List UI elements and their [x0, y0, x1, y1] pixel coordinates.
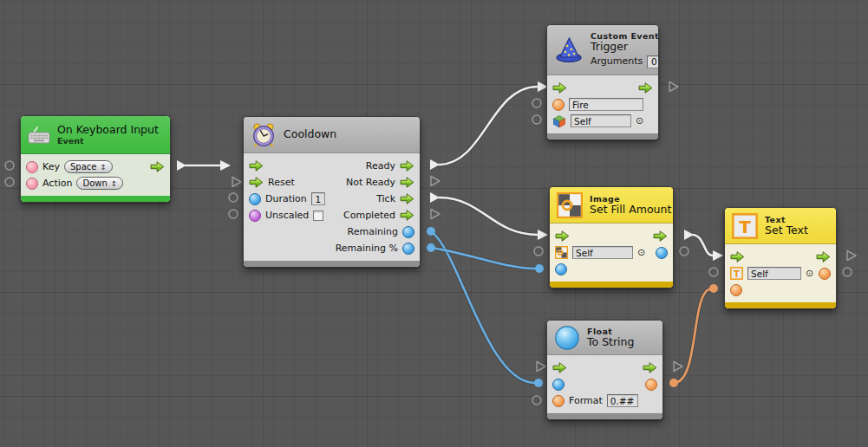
node-cooldown[interactable]: CooldownReadyResetNot ReadyDuration1Tick… [243, 116, 421, 268]
node-image-set-fill-amount[interactable]: ImageSet Fill AmountSelf⊙ [549, 186, 674, 288]
wire-endpoint-dot [427, 243, 435, 252]
orange-value-port-icon[interactable] [552, 395, 565, 407]
pink-value-port-icon[interactable] [26, 178, 38, 190]
node-text-set-text[interactable]: TTextSet TextTSelf⊙ [724, 207, 837, 309]
node-float-to-string[interactable]: FloatTo StringFormat0.## [546, 320, 663, 420]
text-input[interactable]: Fire [569, 98, 643, 111]
text-input[interactable]: Self [571, 114, 631, 127]
port-row: ActionDown↕ [21, 175, 170, 191]
flow-port-icon[interactable] [400, 193, 414, 204]
flow-port-icon[interactable] [638, 82, 653, 94]
node-header[interactable]: FloatTo String [547, 321, 662, 355]
flow-port-icon[interactable] [643, 362, 657, 373]
port-row: Remaining [244, 224, 420, 240]
wire-endpoint-dot [534, 379, 543, 387]
wire-arrowhead-icon [713, 250, 723, 261]
graph-canvas[interactable]: On Keyboard InputEventKeySpace↕ActionDow… [0, 0, 868, 447]
external-value-port-marker-icon [229, 193, 238, 202]
node-on-keyboard-input[interactable]: On Keyboard InputEventKeySpace↕ActionDow… [20, 115, 171, 203]
blue-value-port-icon[interactable] [555, 263, 567, 275]
orange-value-port-icon[interactable] [819, 268, 831, 280]
text-mini-icon[interactable]: T [730, 267, 743, 280]
node-header[interactable]: Cooldown [244, 117, 420, 153]
node-header[interactable]: ImageSet Fill Amount [550, 187, 673, 224]
dropdown[interactable]: Space↕ [64, 160, 113, 173]
flow-port-icon[interactable] [400, 177, 414, 188]
wire-endpoint-dot [535, 264, 544, 273]
port-label: Ready [366, 160, 395, 172]
wire-endpoint-dot [669, 379, 678, 387]
port-row: Self⊙ [547, 113, 658, 129]
blue-value-port-icon[interactable] [249, 193, 261, 205]
image-mini-icon[interactable] [555, 246, 568, 259]
text-input[interactable]: 0.## [607, 394, 638, 407]
port-row-right: Tick [376, 193, 414, 204]
text-input[interactable]: Self [572, 246, 633, 259]
port-row-right: Remaining % [336, 243, 414, 255]
external-flow-port-marker-icon [537, 362, 545, 372]
port-row [725, 249, 836, 265]
port-label: Action [42, 178, 72, 189]
text-input[interactable]: Self [747, 267, 801, 280]
external-value-port-marker-icon [229, 210, 238, 218]
object-picker-icon[interactable]: ⊙ [806, 269, 813, 278]
node-title: Set Text [765, 224, 808, 237]
node-body: Self⊙ [550, 224, 673, 282]
flow-port-icon[interactable] [249, 177, 264, 188]
port-row: UnscaledCompleted [244, 207, 420, 224]
node-header-text: Cooldown [284, 128, 336, 141]
blue-value-port-icon[interactable] [402, 226, 414, 238]
text-input[interactable]: 1 [311, 192, 325, 205]
flow-port-icon[interactable] [653, 230, 668, 242]
svg-text:T: T [734, 269, 740, 279]
port-row: Self⊙ [550, 244, 673, 261]
node-custom-event-trigger[interactable]: Custom EventTriggerArguments0FireSelf⊙ [546, 24, 659, 140]
port-row-right: Ready [366, 160, 414, 172]
external-flow-port-marker-icon [431, 210, 440, 219]
flow-port-icon[interactable] [150, 161, 165, 172]
external-value-port-marker-icon [5, 178, 14, 186]
port-row: ResetNot Ready [244, 174, 420, 191]
header-field-input[interactable]: 0 [647, 55, 659, 68]
flow-port-icon[interactable] [400, 210, 414, 221]
wire-source-triangle [684, 230, 694, 240]
dropdown-arrows-icon: ↕ [100, 163, 106, 172]
dropdown[interactable]: Down↕ [76, 177, 122, 190]
wire-source-triangle [430, 192, 440, 203]
external-value-port-marker-icon [680, 247, 689, 256]
flow-port-icon[interactable] [730, 251, 745, 262]
node-header[interactable]: Custom EventTriggerArguments0 [547, 25, 658, 75]
wizard-hat-icon [554, 37, 584, 63]
node-header[interactable]: On Keyboard InputEvent [21, 116, 170, 154]
orange-value-port-icon[interactable] [645, 379, 657, 391]
flow-port-icon[interactable] [816, 251, 831, 262]
pink-value-port-icon[interactable] [26, 161, 38, 173]
port-row: KeySpace↕ [21, 159, 170, 175]
port-row: Remaining % [244, 240, 420, 256]
flow-port-icon[interactable] [552, 362, 567, 373]
port-row [725, 282, 836, 298]
blue-value-port-icon[interactable] [552, 379, 565, 391]
flow-port-icon[interactable] [552, 82, 567, 94]
orange-value-port-icon[interactable] [552, 99, 565, 111]
external-value-port-marker-icon [709, 268, 718, 276]
checkbox[interactable] [313, 211, 323, 221]
flow-port-icon[interactable] [400, 160, 414, 172]
flow-port-icon[interactable] [249, 160, 264, 172]
object-picker-icon[interactable]: ⊙ [636, 116, 643, 126]
purple-value-port-icon[interactable] [249, 210, 261, 222]
port-row: Format0.## [547, 392, 662, 409]
cube-icon[interactable] [552, 114, 566, 128]
node-body: KeySpace↕ActionDown↕ [21, 154, 170, 196]
orange-value-port-icon[interactable] [730, 284, 742, 296]
flow-port-icon[interactable] [555, 230, 570, 242]
node-header-text: Custom EventTriggerArguments0 [591, 31, 659, 68]
node-header[interactable]: TTextSet Text [725, 208, 836, 244]
object-picker-icon[interactable]: ⊙ [637, 248, 645, 257]
blue-value-port-icon[interactable] [656, 247, 668, 259]
blue-value-port-icon[interactable] [402, 243, 414, 255]
flow-wire [439, 87, 538, 165]
port-label: Completed [343, 210, 395, 221]
port-row [547, 80, 658, 96]
port-label: Key [42, 161, 60, 172]
